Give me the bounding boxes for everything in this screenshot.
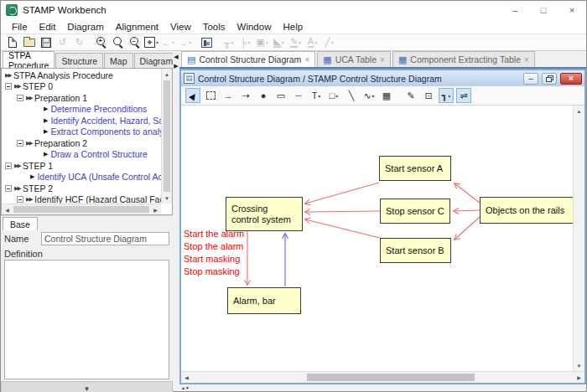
collapse-expander-icon[interactable]: [17, 140, 23, 147]
collapse-expander-icon[interactable]: [17, 196, 23, 203]
tab-component-extracting-table[interactable]: ▦ Component Extracting Table ×: [392, 51, 535, 67]
edge-objects-to-sensor-a[interactable]: [455, 183, 480, 203]
control-action-label[interactable]: Stop masking: [184, 266, 244, 278]
curve-tool[interactable]: ∿▾: [361, 88, 377, 103]
tree-item-extract-components[interactable]: ▶Extract Components to analyze: [2, 126, 161, 138]
menu-edit[interactable]: Edit: [34, 22, 62, 32]
scrollbar-thumb[interactable]: [164, 80, 170, 192]
tab-base[interactable]: Base: [3, 217, 38, 230]
expand-right-icon[interactable]: ▶: [174, 62, 178, 70]
dashed-line-tool[interactable]: ┈: [291, 88, 306, 103]
menu-alignment[interactable]: Alignment: [110, 22, 164, 32]
node-alarm-bar[interactable]: Alarm, bar: [227, 287, 301, 314]
canvas-horizontal-scrollbar[interactable]: ◀ ▶: [181, 371, 584, 383]
close-icon[interactable]: ×: [558, 1, 586, 19]
tab-uca-table[interactable]: ▦ UCA Table ×: [317, 51, 391, 67]
layout-switch-button[interactable]: [199, 34, 215, 50]
edge-sensor-c-to-crossing[interactable]: [305, 211, 380, 212]
undo-button[interactable]: ↺: [55, 34, 70, 50]
tree-horizontal-scrollbar[interactable]: ◀ ▶: [2, 204, 161, 214]
line-tool[interactable]: ╲: [344, 88, 359, 103]
new-file-button[interactable]: [4, 34, 20, 50]
restore-icon[interactable]: [542, 73, 557, 85]
name-input[interactable]: [41, 232, 169, 245]
align-top-button[interactable]: ╥▾: [221, 34, 236, 50]
control-action-label[interactable]: Stop the alarm: [184, 240, 244, 253]
tree-item-step-0[interactable]: ▶▶STEP 0: [2, 81, 161, 93]
marquee-select-tool[interactable]: [203, 88, 218, 103]
tree-item-step-1[interactable]: ▶▶STEP 1: [2, 160, 161, 172]
edge-objects-to-sensor-b[interactable]: [455, 217, 480, 240]
menu-diagram[interactable]: Diagram: [61, 22, 109, 32]
scroll-down-icon[interactable]: ▼: [574, 360, 584, 371]
tree-item-step-2[interactable]: ▶▶STEP 2: [2, 183, 161, 194]
open-button[interactable]: [21, 34, 37, 50]
shape-tool[interactable]: □▾: [326, 88, 341, 103]
menu-view[interactable]: View: [164, 22, 197, 32]
zoom-original-button[interactable]: [110, 34, 126, 50]
scroll-left-icon[interactable]: ◀: [2, 204, 13, 214]
menu-help[interactable]: Help: [277, 22, 309, 32]
scroll-right-icon[interactable]: ▶: [150, 204, 161, 214]
scroll-down-icon[interactable]: ▼: [162, 193, 172, 204]
collapse-expander-icon[interactable]: [5, 185, 12, 192]
dashed-arrow-tool[interactable]: ⇢: [238, 88, 253, 103]
control-action-label[interactable]: Start masking: [184, 253, 244, 266]
back-button[interactable]: ←▾: [160, 34, 176, 50]
control-action-label[interactable]: Start the alarm: [184, 228, 244, 240]
point-tool[interactable]: ●: [256, 88, 271, 103]
fit-view-button[interactable]: ✥▾: [143, 34, 159, 50]
node-start-sensor-a[interactable]: Start sensor A: [379, 156, 451, 181]
image-tool[interactable]: ▦: [379, 88, 394, 103]
zoom-out-button[interactable]: –: [127, 34, 143, 50]
close-icon[interactable]: ×: [560, 73, 582, 85]
spin-down-icon[interactable]: ▼: [185, 385, 190, 390]
font-color-button[interactable]: A▾: [304, 34, 320, 50]
diagram-window-titlebar[interactable]: ▤ Control Structure Diagram / STAMP Cont…: [181, 70, 584, 86]
elbow-connector-tool[interactable]: ┓▾: [439, 88, 454, 103]
node-tool[interactable]: ▭: [273, 88, 288, 103]
anchor-tool[interactable]: ⊡: [421, 88, 436, 103]
line-color-button[interactable]: ✎▾: [288, 34, 304, 50]
tree-item-preparation-1[interactable]: ▶▶Preparation 1: [2, 92, 161, 104]
minimize-icon[interactable]: –: [501, 1, 529, 19]
tab-map[interactable]: Map: [104, 53, 132, 68]
forward-button[interactable]: →▾: [177, 34, 193, 50]
tree-item-preparation-2[interactable]: ▶▶Preparation 2: [2, 137, 161, 149]
collapse-panel-button[interactable]: ▼: [1, 381, 173, 392]
node-crossing-control-system[interactable]: Crossing control system: [226, 197, 303, 231]
scroll-up-icon[interactable]: ▲: [162, 69, 172, 80]
tree-item-identify-accident[interactable]: ▶Identify Accident, Hazard, Safety Co: [2, 115, 161, 126]
edge-sensor-b-to-crossing[interactable]: [305, 219, 380, 238]
arrow-tool[interactable]: →: [221, 88, 236, 103]
connector-style-button[interactable]: ╱▾: [321, 34, 337, 50]
scroll-right-icon[interactable]: ▶: [574, 372, 584, 383]
tree-item-stpa-analysis-procedure[interactable]: ▶▶STPA Analysis Procedure: [2, 70, 161, 81]
menu-tools[interactable]: Tools: [197, 22, 231, 32]
scroll-up-icon[interactable]: ▲: [574, 106, 584, 116]
collapse-left-icon[interactable]: ◀: [174, 53, 178, 60]
tree-item-determine-preconditions[interactable]: ▶Determine Preconditions: [2, 104, 161, 116]
definition-textarea[interactable]: [4, 260, 169, 379]
collapse-expander-icon[interactable]: [17, 95, 23, 101]
redo-button[interactable]: ↻: [71, 34, 87, 50]
tree-item-identify-uca[interactable]: ▶Identify UCA (Unsafe Control Action): [2, 172, 161, 183]
maximize-icon[interactable]: □: [529, 1, 558, 19]
collapse-expander-icon[interactable]: [5, 162, 12, 169]
text-tool[interactable]: T▾: [309, 88, 324, 103]
close-tab-icon[interactable]: ×: [304, 55, 309, 64]
node-stop-sensor-c[interactable]: Stop sensor C: [380, 199, 450, 224]
canvas-vertical-scrollbar[interactable]: ▲ ▼: [573, 106, 584, 371]
scroll-left-icon[interactable]: ◀: [181, 372, 192, 383]
tree-vertical-scrollbar[interactable]: ▲ ▼: [161, 69, 172, 204]
save-button[interactable]: [38, 34, 54, 50]
align-left-button[interactable]: ╞▾: [237, 34, 253, 50]
menu-window[interactable]: Window: [231, 22, 278, 32]
close-tab-icon[interactable]: ×: [524, 55, 529, 64]
edge-sensor-a-to-crossing[interactable]: [305, 183, 379, 204]
group-button[interactable]: ▣▾: [254, 34, 270, 50]
tab-structure[interactable]: Structure: [55, 53, 103, 68]
node-objects-on-the-rails[interactable]: Objects on the rails: [480, 197, 573, 224]
scrollbar-thumb[interactable]: [13, 206, 149, 213]
panel-splitter[interactable]: ◀ ▶: [173, 51, 179, 391]
